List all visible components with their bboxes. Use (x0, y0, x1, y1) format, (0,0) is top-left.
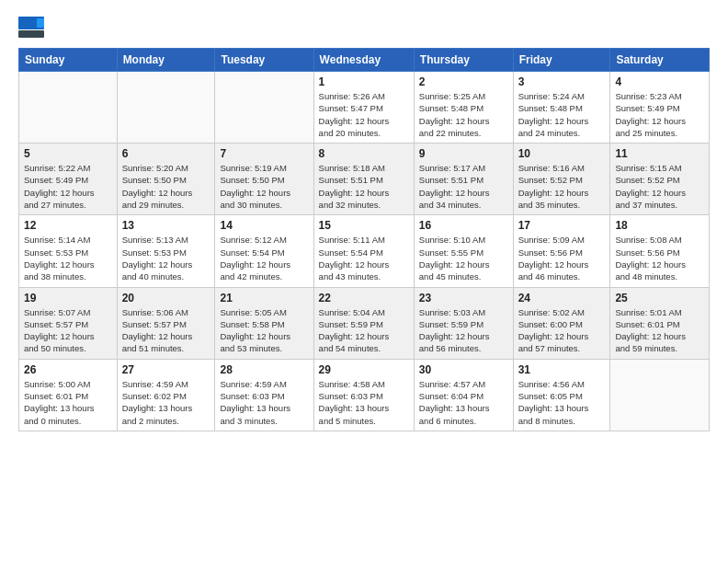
calendar-cell: 19Sunrise: 5:07 AM Sunset: 5:57 PM Dayli… (19, 287, 118, 359)
day-info: Sunrise: 5:18 AM Sunset: 5:51 PM Dayligh… (319, 162, 409, 211)
calendar-cell (117, 72, 215, 144)
day-info: Sunrise: 5:05 AM Sunset: 5:58 PM Dayligh… (220, 306, 308, 355)
col-header-friday: Friday (513, 49, 610, 72)
calendar-cell: 31Sunrise: 4:56 AM Sunset: 6:05 PM Dayli… (513, 359, 610, 431)
calendar-week-row: 12Sunrise: 5:14 AM Sunset: 5:53 PM Dayli… (19, 215, 710, 287)
calendar-cell: 10Sunrise: 5:16 AM Sunset: 5:52 PM Dayli… (513, 144, 610, 215)
day-number: 14 (220, 219, 308, 232)
day-number: 4 (615, 75, 704, 88)
col-header-thursday: Thursday (414, 49, 513, 72)
day-info: Sunrise: 5:11 AM Sunset: 5:54 PM Dayligh… (319, 234, 409, 282)
day-number: 18 (615, 219, 704, 232)
calendar-cell: 24Sunrise: 5:02 AM Sunset: 6:00 PM Dayli… (513, 287, 610, 359)
calendar-cell: 7Sunrise: 5:19 AM Sunset: 5:50 PM Daylig… (215, 144, 313, 215)
day-info: Sunrise: 4:57 AM Sunset: 6:04 PM Dayligh… (419, 378, 508, 427)
day-info: Sunrise: 5:24 AM Sunset: 5:48 PM Dayligh… (518, 90, 606, 139)
day-number: 5 (24, 147, 112, 160)
day-number: 8 (319, 147, 409, 160)
calendar-cell: 27Sunrise: 4:59 AM Sunset: 6:02 PM Dayli… (117, 359, 215, 431)
day-info: Sunrise: 4:59 AM Sunset: 6:03 PM Dayligh… (220, 378, 308, 427)
calendar-cell: 25Sunrise: 5:01 AM Sunset: 6:01 PM Dayli… (610, 287, 710, 359)
calendar-cell: 6Sunrise: 5:20 AM Sunset: 5:50 PM Daylig… (117, 144, 215, 215)
calendar-cell: 30Sunrise: 4:57 AM Sunset: 6:04 PM Dayli… (414, 359, 513, 431)
calendar-cell: 28Sunrise: 4:59 AM Sunset: 6:03 PM Dayli… (215, 359, 313, 431)
calendar-cell: 20Sunrise: 5:06 AM Sunset: 5:57 PM Dayli… (117, 287, 215, 359)
day-number: 9 (419, 147, 508, 160)
day-number: 11 (615, 147, 704, 160)
day-number: 7 (220, 147, 308, 160)
day-number: 25 (615, 292, 704, 304)
day-info: Sunrise: 5:12 AM Sunset: 5:54 PM Dayligh… (220, 234, 308, 282)
day-number: 3 (518, 75, 606, 88)
calendar-cell: 4Sunrise: 5:23 AM Sunset: 5:49 PM Daylig… (610, 72, 710, 144)
day-info: Sunrise: 5:07 AM Sunset: 5:57 PM Dayligh… (24, 306, 112, 355)
day-info: Sunrise: 5:03 AM Sunset: 5:59 PM Dayligh… (419, 306, 508, 355)
day-number: 22 (319, 292, 409, 304)
calendar-cell (19, 72, 118, 144)
logo (18, 17, 50, 39)
day-number: 10 (518, 147, 606, 160)
header (18, 17, 710, 39)
day-info: Sunrise: 5:16 AM Sunset: 5:52 PM Dayligh… (518, 162, 606, 211)
calendar-table: SundayMondayTuesdayWednesdayThursdayFrid… (18, 48, 710, 431)
day-number: 27 (122, 363, 210, 376)
day-number: 12 (24, 219, 112, 232)
calendar-cell: 21Sunrise: 5:05 AM Sunset: 5:58 PM Dayli… (215, 287, 313, 359)
day-info: Sunrise: 5:19 AM Sunset: 5:50 PM Dayligh… (220, 162, 308, 211)
day-info: Sunrise: 5:25 AM Sunset: 5:48 PM Dayligh… (419, 90, 508, 139)
calendar-cell: 17Sunrise: 5:09 AM Sunset: 5:56 PM Dayli… (513, 215, 610, 287)
calendar-cell: 9Sunrise: 5:17 AM Sunset: 5:51 PM Daylig… (414, 144, 513, 215)
calendar-header-row: SundayMondayTuesdayWednesdayThursdayFrid… (19, 49, 710, 72)
day-info: Sunrise: 5:23 AM Sunset: 5:49 PM Dayligh… (615, 90, 704, 139)
day-number: 28 (220, 363, 308, 376)
day-info: Sunrise: 5:26 AM Sunset: 5:47 PM Dayligh… (319, 90, 409, 139)
day-number: 17 (518, 219, 606, 232)
calendar-cell: 12Sunrise: 5:14 AM Sunset: 5:53 PM Dayli… (19, 215, 118, 287)
day-number: 24 (518, 292, 606, 304)
logo-icon (18, 17, 46, 39)
calendar-cell: 3Sunrise: 5:24 AM Sunset: 5:48 PM Daylig… (513, 72, 610, 144)
day-number: 20 (122, 292, 210, 304)
calendar-week-row: 19Sunrise: 5:07 AM Sunset: 5:57 PM Dayli… (19, 287, 710, 359)
day-info: Sunrise: 5:06 AM Sunset: 5:57 PM Dayligh… (122, 306, 210, 355)
day-info: Sunrise: 5:15 AM Sunset: 5:52 PM Dayligh… (615, 162, 704, 211)
calendar-cell: 8Sunrise: 5:18 AM Sunset: 5:51 PM Daylig… (313, 144, 414, 215)
day-info: Sunrise: 5:00 AM Sunset: 6:01 PM Dayligh… (24, 378, 112, 427)
calendar-cell: 11Sunrise: 5:15 AM Sunset: 5:52 PM Dayli… (610, 144, 710, 215)
col-header-wednesday: Wednesday (313, 49, 414, 72)
calendar-week-row: 5Sunrise: 5:22 AM Sunset: 5:49 PM Daylig… (19, 144, 710, 215)
calendar-week-row: 1Sunrise: 5:26 AM Sunset: 5:47 PM Daylig… (19, 72, 710, 144)
day-info: Sunrise: 5:17 AM Sunset: 5:51 PM Dayligh… (419, 162, 508, 211)
calendar-cell: 26Sunrise: 5:00 AM Sunset: 6:01 PM Dayli… (19, 359, 118, 431)
day-number: 19 (24, 292, 112, 304)
day-info: Sunrise: 5:13 AM Sunset: 5:53 PM Dayligh… (122, 234, 210, 282)
day-number: 15 (319, 219, 409, 232)
day-info: Sunrise: 5:10 AM Sunset: 5:55 PM Dayligh… (419, 234, 508, 282)
day-number: 23 (419, 292, 508, 304)
calendar-cell (215, 72, 313, 144)
svg-marker-1 (37, 18, 44, 28)
day-number: 1 (319, 75, 409, 88)
day-number: 2 (419, 75, 508, 88)
day-info: Sunrise: 5:20 AM Sunset: 5:50 PM Dayligh… (122, 162, 210, 211)
day-info: Sunrise: 4:58 AM Sunset: 6:03 PM Dayligh… (319, 378, 409, 427)
day-number: 29 (319, 363, 409, 376)
day-info: Sunrise: 5:08 AM Sunset: 5:56 PM Dayligh… (615, 234, 704, 282)
day-info: Sunrise: 5:14 AM Sunset: 5:53 PM Dayligh… (24, 234, 112, 282)
calendar-cell: 1Sunrise: 5:26 AM Sunset: 5:47 PM Daylig… (313, 72, 414, 144)
calendar-cell: 16Sunrise: 5:10 AM Sunset: 5:55 PM Dayli… (414, 215, 513, 287)
day-info: Sunrise: 5:09 AM Sunset: 5:56 PM Dayligh… (518, 234, 606, 282)
col-header-sunday: Sunday (19, 49, 118, 72)
calendar-cell: 23Sunrise: 5:03 AM Sunset: 5:59 PM Dayli… (414, 287, 513, 359)
calendar-cell: 2Sunrise: 5:25 AM Sunset: 5:48 PM Daylig… (414, 72, 513, 144)
calendar-week-row: 26Sunrise: 5:00 AM Sunset: 6:01 PM Dayli… (19, 359, 710, 431)
day-number: 31 (518, 363, 606, 376)
day-number: 6 (122, 147, 210, 160)
day-number: 30 (419, 363, 508, 376)
calendar-cell (610, 359, 710, 431)
col-header-monday: Monday (117, 49, 215, 72)
col-header-tuesday: Tuesday (215, 49, 313, 72)
day-info: Sunrise: 5:04 AM Sunset: 5:59 PM Dayligh… (319, 306, 409, 355)
page: SundayMondayTuesdayWednesdayThursdayFrid… (0, 0, 728, 563)
day-info: Sunrise: 5:01 AM Sunset: 6:01 PM Dayligh… (615, 306, 704, 355)
